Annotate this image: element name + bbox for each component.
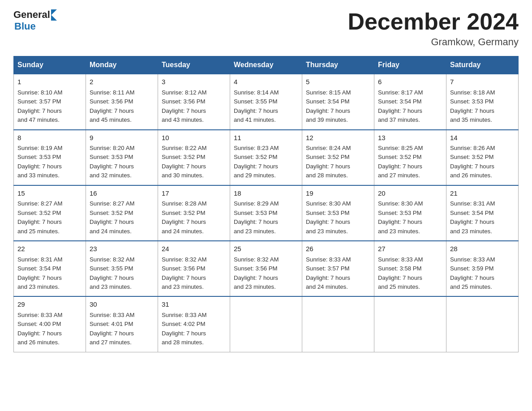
- day-info: Sunrise: 8:33 AMSunset: 4:01 PMDaylight:…: [90, 311, 154, 347]
- daylight-text: Daylight: 7 hours: [450, 274, 515, 283]
- daylight-text: Daylight: 7 hours: [90, 274, 154, 283]
- sunrise-text: Sunrise: 8:28 AM: [162, 199, 226, 208]
- day-info: Sunrise: 8:22 AMSunset: 3:52 PMDaylight:…: [162, 144, 226, 180]
- daylight-minutes-text: and 45 minutes.: [90, 116, 154, 124]
- week-row-3: 15Sunrise: 8:27 AMSunset: 3:52 PMDayligh…: [14, 185, 519, 241]
- daylight-text: Daylight: 7 hours: [17, 218, 82, 227]
- calendar-cell: 18Sunrise: 8:29 AMSunset: 3:53 PMDayligh…: [230, 185, 302, 241]
- calendar-subtitle: Gramkow, Germany: [348, 36, 519, 48]
- daylight-text: Daylight: 7 hours: [17, 329, 82, 338]
- day-info: Sunrise: 8:27 AMSunset: 3:52 PMDaylight:…: [90, 199, 154, 236]
- day-number: 25: [234, 244, 298, 254]
- daylight-text: Daylight: 7 hours: [234, 162, 298, 171]
- sunrise-text: Sunrise: 8:27 AM: [90, 199, 154, 208]
- daylight-text: Daylight: 7 hours: [162, 274, 226, 283]
- logo-general-text: General: [13, 9, 50, 21]
- sunset-text: Sunset: 4:02 PM: [162, 320, 226, 329]
- daylight-minutes-text: and 29 minutes.: [234, 171, 298, 180]
- sunrise-text: Sunrise: 8:33 AM: [90, 311, 154, 320]
- daylight-minutes-text: and 23 minutes.: [234, 227, 298, 236]
- calendar-cell: 2Sunrise: 8:11 AMSunset: 3:56 PMDaylight…: [86, 74, 158, 129]
- day-number: 30: [90, 300, 154, 310]
- day-info: Sunrise: 8:33 AMSunset: 3:58 PMDaylight:…: [378, 255, 442, 292]
- day-info: Sunrise: 8:25 AMSunset: 3:52 PMDaylight:…: [378, 144, 442, 180]
- daylight-text: Daylight: 7 hours: [90, 107, 154, 116]
- calendar-cell: 7Sunrise: 8:18 AMSunset: 3:53 PMDaylight…: [446, 74, 519, 129]
- daylight-minutes-text: and 30 minutes.: [162, 171, 226, 180]
- daylight-text: Daylight: 7 hours: [90, 329, 154, 338]
- sunset-text: Sunset: 3:58 PM: [378, 264, 442, 273]
- day-number: 14: [450, 133, 515, 143]
- title-area: December 2024 Gramkow, Germany: [348, 9, 519, 48]
- day-info: Sunrise: 8:19 AMSunset: 3:53 PMDaylight:…: [17, 144, 82, 180]
- daylight-text: Daylight: 7 hours: [450, 107, 515, 116]
- daylight-text: Daylight: 7 hours: [234, 218, 298, 227]
- sunset-text: Sunset: 3:52 PM: [234, 153, 298, 162]
- daylight-text: Daylight: 7 hours: [162, 107, 226, 116]
- day-number: 6: [378, 77, 442, 87]
- day-number: 26: [306, 244, 370, 254]
- daylight-text: Daylight: 7 hours: [306, 218, 370, 227]
- sunrise-text: Sunrise: 8:22 AM: [162, 144, 226, 153]
- sunrise-text: Sunrise: 8:10 AM: [17, 88, 82, 97]
- daylight-minutes-text: and 25 minutes.: [17, 227, 82, 236]
- day-number: 18: [234, 188, 298, 199]
- day-number: 1: [17, 77, 82, 87]
- sunset-text: Sunset: 3:54 PM: [450, 209, 515, 218]
- sunrise-text: Sunrise: 8:11 AM: [90, 88, 154, 97]
- calendar-cell: 10Sunrise: 8:22 AMSunset: 3:52 PMDayligh…: [158, 130, 230, 185]
- day-number: 13: [378, 133, 442, 143]
- sunset-text: Sunset: 3:56 PM: [90, 97, 154, 106]
- day-info: Sunrise: 8:32 AMSunset: 3:56 PMDaylight:…: [234, 255, 298, 292]
- sunset-text: Sunset: 3:53 PM: [450, 97, 515, 106]
- calendar-cell: 30Sunrise: 8:33 AMSunset: 4:01 PMDayligh…: [86, 296, 158, 352]
- day-info: Sunrise: 8:33 AMSunset: 3:59 PMDaylight:…: [450, 255, 515, 292]
- daylight-text: Daylight: 7 hours: [234, 274, 298, 283]
- daylight-minutes-text: and 23 minutes.: [162, 283, 226, 291]
- calendar-cell: [374, 296, 446, 352]
- sunset-text: Sunset: 3:52 PM: [162, 153, 226, 162]
- daylight-text: Daylight: 7 hours: [90, 162, 154, 171]
- sunrise-text: Sunrise: 8:31 AM: [17, 255, 82, 264]
- day-info: Sunrise: 8:32 AMSunset: 3:56 PMDaylight:…: [162, 255, 226, 292]
- sunrise-text: Sunrise: 8:15 AM: [306, 88, 370, 97]
- daylight-minutes-text: and 23 minutes.: [17, 283, 82, 291]
- calendar-cell: 27Sunrise: 8:33 AMSunset: 3:58 PMDayligh…: [374, 241, 446, 296]
- calendar-cell: 4Sunrise: 8:14 AMSunset: 3:55 PMDaylight…: [230, 74, 302, 129]
- day-number: 21: [450, 188, 515, 199]
- daylight-minutes-text: and 25 minutes.: [450, 283, 515, 291]
- week-row-2: 8Sunrise: 8:19 AMSunset: 3:53 PMDaylight…: [14, 130, 519, 185]
- logo-blue-text: Blue: [14, 21, 36, 32]
- sunrise-text: Sunrise: 8:33 AM: [378, 255, 442, 264]
- daylight-minutes-text: and 35 minutes.: [450, 116, 515, 124]
- day-info: Sunrise: 8:33 AMSunset: 4:00 PMDaylight:…: [17, 311, 82, 347]
- sunset-text: Sunset: 3:53 PM: [306, 209, 370, 218]
- calendar-cell: 25Sunrise: 8:32 AMSunset: 3:56 PMDayligh…: [230, 241, 302, 296]
- daylight-minutes-text: and 28 minutes.: [162, 338, 226, 347]
- calendar-cell: 12Sunrise: 8:24 AMSunset: 3:52 PMDayligh…: [302, 130, 374, 185]
- daylight-minutes-text: and 26 minutes.: [450, 171, 515, 180]
- sunrise-text: Sunrise: 8:32 AM: [162, 255, 226, 264]
- calendar-title: December 2024: [348, 9, 519, 34]
- daylight-text: Daylight: 7 hours: [162, 162, 226, 171]
- day-info: Sunrise: 8:11 AMSunset: 3:56 PMDaylight:…: [90, 88, 154, 125]
- sunrise-text: Sunrise: 8:20 AM: [90, 144, 154, 153]
- day-number: 12: [306, 133, 370, 143]
- daylight-text: Daylight: 7 hours: [306, 107, 370, 116]
- day-info: Sunrise: 8:28 AMSunset: 3:52 PMDaylight:…: [162, 199, 226, 236]
- sunset-text: Sunset: 3:52 PM: [378, 153, 442, 162]
- daylight-text: Daylight: 7 hours: [162, 329, 226, 338]
- sunrise-text: Sunrise: 8:19 AM: [17, 144, 82, 153]
- day-info: Sunrise: 8:24 AMSunset: 3:52 PMDaylight:…: [306, 144, 370, 180]
- day-info: Sunrise: 8:30 AMSunset: 3:53 PMDaylight:…: [306, 199, 370, 236]
- daylight-minutes-text: and 33 minutes.: [17, 171, 82, 180]
- calendar-cell: 3Sunrise: 8:12 AMSunset: 3:56 PMDaylight…: [158, 74, 230, 129]
- day-number: 22: [17, 244, 82, 254]
- day-info: Sunrise: 8:33 AMSunset: 3:57 PMDaylight:…: [306, 255, 370, 292]
- sunrise-text: Sunrise: 8:33 AM: [450, 255, 515, 264]
- calendar-cell: 19Sunrise: 8:30 AMSunset: 3:53 PMDayligh…: [302, 185, 374, 241]
- sunset-text: Sunset: 3:53 PM: [90, 153, 154, 162]
- daylight-minutes-text: and 27 minutes.: [378, 171, 442, 180]
- daylight-minutes-text: and 23 minutes.: [378, 227, 442, 236]
- sunset-text: Sunset: 3:52 PM: [450, 153, 515, 162]
